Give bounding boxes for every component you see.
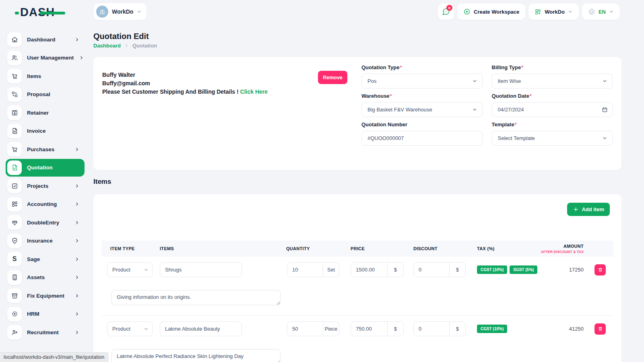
sidebar-item-insurance[interactable]: Insurance [6,232,85,250]
chevron-right-icon [74,183,80,189]
sidebar-item-projects[interactable]: Projects [6,177,85,195]
language-selector[interactable]: EN [582,4,620,20]
currency-addon: $ [449,263,465,277]
chevron-right-icon [74,220,80,225]
quotation-details-card: Buffy Walter Buffy@gmail.com Please Set … [93,57,621,170]
breadcrumb-dashboard-link[interactable]: Dashboard [93,43,121,49]
sidebar-item-accounting[interactable]: Accounting [6,195,85,213]
sidebar-item-user-management[interactable]: User Management [6,49,85,67]
projects-icon [7,179,22,193]
price-input[interactable] [351,322,387,336]
chevron-right-icon [79,55,84,60]
field-warehouse: Warehouse* Big Basket F&V Warehouse [361,93,483,117]
quotation-type-select[interactable]: Pos [361,74,483,88]
customer-notice-text: Please Set Customer Shipping And Billing… [102,88,239,95]
messages-button[interactable]: 0 [438,4,454,20]
sidebar-item-proposal[interactable]: Proposal [6,86,85,103]
tax-badges: CGST (10%) [477,325,553,333]
row-amount: 41250 [553,326,588,332]
language-label: EN [599,9,606,15]
set-billing-details-link[interactable]: Click Here [240,88,268,95]
calendar-icon[interactable] [602,107,608,113]
sidebar-item-items[interactable]: Items [6,67,85,85]
chevron-down-icon [568,9,573,14]
field-template: Template* Select Template [492,121,613,146]
sidebar-item-sage[interactable]: S Sage [6,250,85,268]
users-icon [7,51,22,65]
col-amount: AMOUNT AFTER DISCOUNT & TAX [553,244,588,254]
item-name-input[interactable] [160,321,242,336]
chevron-right-icon [74,330,80,335]
workspace-menu-label: WorkDo [545,9,565,15]
quantity-input[interactable] [287,322,323,336]
sidebar-item-label: Projects [27,183,69,189]
quotation-date-field [492,102,613,117]
item-name-input[interactable] [160,262,242,277]
recruitment-icon [7,325,22,339]
tax-badge: CGST (10%) [477,265,507,274]
field-quotation-number: Quotation Number [361,121,483,146]
fixequipment-icon [7,288,22,303]
template-select[interactable]: Select Template [492,131,613,146]
cart-icon [7,142,22,156]
sidebar-item-label: User Management [27,55,74,61]
workspace-switcher[interactable]: WorkDo [94,3,147,20]
item-type-value: Product [112,267,130,273]
sidebar-item-retainer[interactable]: Retainer [6,104,85,121]
doubleentry-icon [7,215,22,230]
sidebar-item-label: Sage [27,256,69,262]
sidebar-item-recruitment[interactable]: Recruitment [6,323,85,341]
brand-logo[interactable]: DASH [20,6,55,19]
items-card: Add item ITEM TYPE ITEMS QUANTITY PRICE … [93,194,621,362]
trash-icon [598,267,603,272]
add-item-button[interactable]: Add item [567,203,610,216]
sidebar-item-hrm[interactable]: HRM [6,305,85,323]
quotation-number-label: Quotation Number [361,121,407,128]
quantity-input[interactable] [287,263,323,277]
warehouse-value: Big Basket F&V Warehouse [367,107,432,113]
sidebar-item-invoice[interactable]: Invoice [6,122,85,140]
create-workspace-label: Create Workspace [474,9,519,15]
sidebar-item-assets[interactable]: Assets [6,269,85,286]
quotation-date-input[interactable] [498,107,607,113]
remove-customer-button[interactable]: Remove [318,71,347,84]
delete-row-button[interactable] [594,323,606,335]
cart-icon [7,69,22,83]
plus-icon [573,206,579,212]
required-mark: * [400,64,402,70]
sidebar-item-label: HRM [27,311,69,317]
sidebar-item-label: Quotation [27,165,69,171]
price-input[interactable] [351,263,387,277]
delete-row-button[interactable] [594,264,606,276]
item-description-textarea[interactable]: Giving information on its origins. [111,290,281,305]
warehouse-select[interactable]: Big Basket F&V Warehouse [361,102,483,117]
chevron-right-icon [74,238,80,243]
item-type-value: Product [112,326,130,332]
breadcrumb: Dashboard Quotation [93,43,157,49]
create-workspace-button[interactable]: Create Workspace [457,4,525,20]
insurance-icon [7,234,22,248]
quotation-number-input[interactable] [367,135,477,141]
sidebar-item-dashboard[interactable]: Dashboard [6,31,85,48]
sidebar-item-fix-equipment[interactable]: Fix Equipment [6,287,85,304]
sidebar-item-label: Retainer [27,110,69,116]
sidebar-item-label: Accounting [27,201,69,207]
discount-input[interactable] [414,263,449,277]
sidebar-item-doubleentry[interactable]: DoubleEntry [6,214,85,231]
discount-input[interactable] [414,322,449,336]
unit-addon: Piece [323,322,339,336]
item-type-select[interactable]: Product [107,321,153,336]
workspace-menu-button[interactable]: WorkDo [528,4,579,20]
billing-type-select[interactable]: Item Wise [492,74,613,88]
required-mark: * [515,121,517,128]
item-type-select[interactable]: Product [107,262,153,277]
sidebar-item-quotation[interactable]: Quotation [6,159,85,177]
item-description-textarea[interactable]: Lakme Absolute Perfect Radiance Skin Lig… [111,349,281,362]
breadcrumb-current: Quotation [132,43,157,49]
chevron-down-icon [602,78,607,84]
tax-badge: SGST (5%) [510,265,537,274]
chevron-down-icon [137,9,142,14]
required-mark: * [390,93,392,99]
customer-email: Buffy@gmail.com [102,79,268,88]
sidebar-item-purchases[interactable]: Purchases [6,140,85,158]
